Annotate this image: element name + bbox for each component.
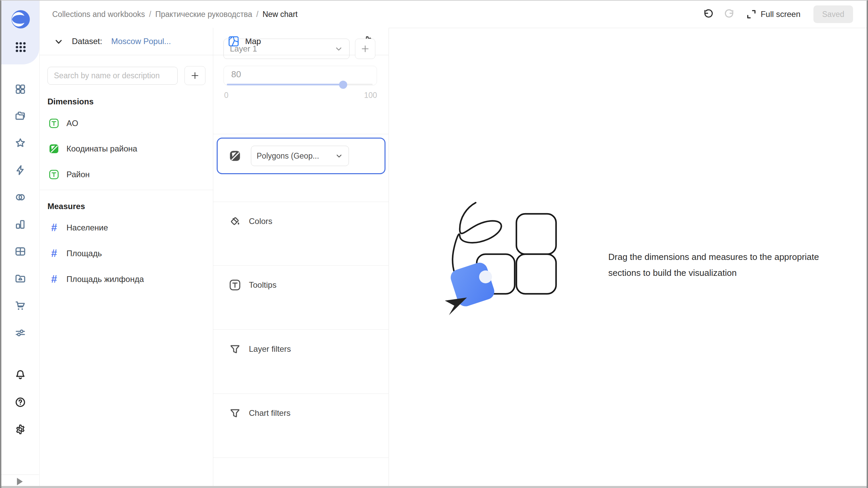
- expand-panel-icon[interactable]: [17, 478, 23, 485]
- section-divider: [213, 329, 389, 330]
- top-bar: Collections and workbooks / Практические…: [39, 1, 867, 28]
- marketplace-cart-icon[interactable]: [15, 300, 26, 311]
- empty-state-illustration: [440, 200, 563, 319]
- services-sliders-icon[interactable]: [15, 327, 26, 339]
- breadcrumb-current-new-chart: New chart: [262, 10, 298, 19]
- section-label: Colors: [249, 217, 272, 226]
- help-icon[interactable]: [15, 396, 26, 408]
- undo-icon[interactable]: [701, 7, 714, 21]
- field-type-text-icon: [49, 169, 59, 180]
- dimension-item-district[interactable]: Район: [39, 165, 213, 184]
- rail-footer-divider: [1, 474, 39, 475]
- files-folder-icon[interactable]: [15, 273, 26, 284]
- field-type-number-icon: #: [49, 274, 59, 284]
- slider-max-label: 100: [364, 91, 377, 100]
- plus-icon: [360, 44, 370, 54]
- slider-handle[interactable]: [339, 81, 347, 89]
- section-label: Chart filters: [249, 408, 291, 418]
- measure-item-population[interactable]: # Население: [39, 218, 213, 238]
- geotype-section-highlighted[interactable]: Polygons (Geop...: [217, 138, 386, 174]
- saved-button[interactable]: Saved: [813, 5, 853, 23]
- measures-title: Measures: [47, 202, 85, 211]
- dataset-header: Dataset: Moscow Popul...: [39, 28, 213, 55]
- section-divider: [213, 393, 389, 394]
- redo-icon[interactable]: [723, 7, 737, 21]
- geotype-select[interactable]: Polygons (Geop...: [251, 146, 349, 166]
- funnel-icon: [229, 343, 241, 355]
- left-rail: [1, 1, 40, 488]
- breadcrumb-workbook[interactable]: Практические руководства: [155, 10, 252, 19]
- field-label: Коодинаты района: [66, 144, 137, 154]
- fullscreen-button[interactable]: Full screen: [746, 8, 800, 20]
- chevron-down-icon: [334, 44, 343, 53]
- dimension-item-ao[interactable]: AO: [39, 114, 213, 133]
- breadcrumb-collections[interactable]: Collections and workbooks: [52, 10, 145, 19]
- field-label: Площадь жилфонда: [66, 274, 144, 284]
- field-label: Площадь: [66, 249, 102, 258]
- settings-gear-icon[interactable]: [15, 424, 26, 435]
- layer-opacity-value: 80: [231, 69, 241, 80]
- rail-top-panel: [1, 1, 39, 64]
- slider-fill: [227, 84, 343, 85]
- layer-select[interactable]: Layer 1: [223, 39, 350, 59]
- add-field-button[interactable]: [184, 66, 205, 85]
- fullscreen-label: Full screen: [761, 9, 800, 19]
- funnel-icon: [229, 407, 241, 419]
- field-label: Население: [66, 223, 108, 232]
- chevron-down-icon: [335, 152, 343, 160]
- favorites-star-icon[interactable]: [15, 137, 26, 149]
- geotype-select-value: Polygons (Geop...: [257, 151, 335, 161]
- dataset-label: Dataset:: [72, 28, 102, 55]
- charts-bar-icon[interactable]: [15, 219, 26, 230]
- slider-min-label: 0: [224, 91, 229, 100]
- section-chart-filters[interactable]: Chart filters: [213, 394, 389, 432]
- collections-folder-icon[interactable]: [15, 110, 26, 122]
- section-divider: [213, 265, 389, 266]
- topbar-actions: Full screen Saved: [701, 1, 853, 28]
- tables-grid-icon[interactable]: [15, 246, 26, 257]
- breadcrumb-separator: /: [149, 10, 151, 19]
- plus-icon: [190, 71, 200, 80]
- section-tooltips[interactable]: Tooltips: [213, 266, 389, 304]
- add-layer-button[interactable]: [355, 39, 375, 59]
- section-label: Tooltips: [249, 280, 276, 290]
- empty-state-message: Drag the dimensions and measures to the …: [608, 249, 819, 281]
- chevron-down-icon[interactable]: [54, 37, 64, 47]
- section-layer-filters[interactable]: Layer filters: [213, 330, 389, 368]
- dashboards-grid-icon[interactable]: [15, 83, 26, 95]
- dataset-panel: Dataset: Moscow Popul... Dimensions AO: [39, 28, 213, 488]
- field-type-text-icon: [49, 118, 59, 128]
- breadcrumb: Collections and workbooks / Практические…: [52, 1, 298, 28]
- breadcrumb-separator: /: [256, 10, 258, 19]
- window-bottom-edge: [1, 486, 867, 488]
- fullscreen-icon: [746, 8, 757, 20]
- dimension-item-coordinates[interactable]: Коодинаты района: [39, 139, 213, 159]
- connections-circles-icon[interactable]: [15, 191, 26, 203]
- section-colors[interactable]: Colors: [213, 203, 389, 240]
- layer-opacity-input[interactable]: 80: [223, 66, 377, 85]
- layer-select-value: Layer 1: [230, 44, 334, 54]
- field-label: Район: [66, 170, 90, 179]
- section-label: Layer filters: [249, 344, 291, 354]
- panel-divider: [39, 190, 213, 190]
- measure-item-housing-area[interactable]: # Площадь жилфонда: [39, 269, 213, 289]
- measure-item-area[interactable]: # Площадь: [39, 244, 213, 263]
- visualization-panel: Map Layer 1 80 0 100: [213, 28, 389, 488]
- chart-canvas: Drag the dimensions and measures to the …: [389, 28, 867, 488]
- section-divider: [213, 202, 389, 202]
- field-type-number-icon: #: [49, 248, 59, 259]
- search-input[interactable]: [47, 67, 178, 85]
- dimensions-title: Dimensions: [47, 97, 94, 106]
- slider-scale: 0 100: [224, 91, 377, 100]
- layer-opacity-slider[interactable]: [227, 84, 373, 85]
- quick-bolt-icon[interactable]: [15, 164, 26, 176]
- section-divider: [213, 134, 389, 134]
- dataset-name-link[interactable]: Moscow Popul...: [111, 28, 171, 55]
- datalens-logo[interactable]: [11, 9, 31, 29]
- apps-grid-icon[interactable]: [14, 41, 27, 54]
- datalens-chart-editor: Collections and workbooks / Практические…: [0, 0, 868, 488]
- field-label: AO: [66, 119, 78, 128]
- field-type-number-icon: #: [49, 223, 59, 233]
- paint-bucket-icon: [229, 216, 241, 227]
- notifications-bell-icon[interactable]: [15, 369, 26, 381]
